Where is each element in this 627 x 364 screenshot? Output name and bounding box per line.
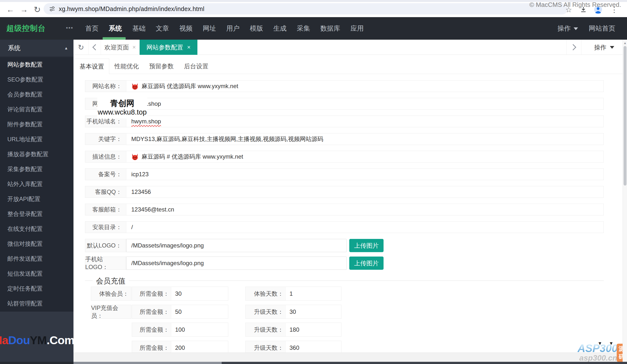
site-name-input[interactable]: 麻豆源码 优选源码库 www.yxymk.net (126, 81, 604, 92)
keywords-value: MDYS13,麻豆源码,麻豆科技,主播视频网,主播视频,视频源码,视频网站源码 (131, 135, 323, 143)
sidebar-item-open-api[interactable]: 开放API配置 (0, 191, 73, 206)
url-text[interactable]: xg.hwym.shop/MDadmin.php/admin/index/ind… (59, 5, 204, 12)
nav-item-basic[interactable]: 基础 (132, 24, 146, 33)
tab-action-dropdown[interactable]: 操作 (581, 40, 627, 55)
nav-item-collect[interactable]: 采集 (297, 24, 310, 33)
sidebar: 系统 ▲ 网站参数配置 SEO参数配置 会员参数配置 评论留言配置 附件参数配置… (0, 40, 73, 364)
browser-back-icon[interactable]: ← (5, 2, 16, 17)
scroll-up-icon[interactable]: ▲ (623, 41, 627, 45)
days-input[interactable]: 1 (286, 287, 341, 300)
workspace-tabstrip: ↻ 欢迎页面 × 网站参数配置 × 操作 (73, 40, 627, 55)
keywords-input[interactable]: MDYS13,麻豆源码,麻豆科技,主播视频网,主播视频,视频源码,视频网站源码 (126, 134, 604, 145)
field-label: 网站名称： (85, 81, 126, 92)
mobile-domain-input[interactable]: hwym.shop (126, 116, 604, 127)
nav-menu: 首页 系统 基础 文章 视频 网址 用户 模版 生成 采集 数据库 应用 (85, 17, 364, 40)
form-row-install-dir: 安装目录： / (85, 221, 604, 233)
nav-item-generate[interactable]: 生成 (273, 24, 287, 33)
nav-item-system[interactable]: 系统 (109, 24, 122, 33)
upload-image-button[interactable]: 上传图片 (349, 257, 384, 270)
sidebar-item-sms-send[interactable]: 短信发送配置 (0, 266, 73, 281)
tab-welcome[interactable]: 欢迎页面 × (101, 40, 140, 55)
subtab-basic-settings[interactable]: 基本设置 (74, 58, 109, 74)
sidebar-item-external-storage[interactable]: 站外入库配置 (0, 177, 73, 191)
install-dir-input[interactable]: / (126, 222, 604, 233)
subtab-performance[interactable]: 性能优化 (109, 58, 144, 74)
sidebar-item-cron-task[interactable]: 定时任务配置 (0, 281, 73, 296)
days-input[interactable]: 180 (286, 323, 341, 336)
site-controls-icon[interactable] (49, 6, 55, 13)
upload-image-button[interactable]: 上传图片 (349, 239, 384, 252)
sidebar-item-seo-params[interactable]: SEO参数配置 (0, 72, 73, 87)
admin-page: ← → ↻ xg.hwym.shop/MDadmin.php/admin/ind… (0, 0, 627, 364)
nav-item-database[interactable]: 数据库 (320, 24, 340, 33)
field-label: 安装目录： (85, 222, 126, 233)
service-qq-value: 123456 (131, 188, 151, 195)
nav-item-video[interactable]: 视频 (179, 24, 193, 33)
form-row-mobile-domain: 手机站域名： hwym.shop (85, 116, 604, 127)
bottom-edge-left (0, 362, 73, 364)
amount-input[interactable]: 50 (171, 305, 228, 318)
sidebar-section-header[interactable]: 系统 ▲ (0, 40, 73, 57)
description-input[interactable]: 麻豆源码 # 优选源码库 www.yxymk.net (126, 151, 604, 162)
subtab-backend-settings[interactable]: 后台设置 (179, 58, 213, 74)
app-logo: 超级控制台 (6, 17, 46, 40)
nav-more-icon[interactable]: ⋯ (66, 17, 73, 38)
amount-input[interactable]: 100 (171, 323, 228, 336)
nav-item-article[interactable]: 文章 (156, 24, 169, 33)
tabs-scroll-right-icon[interactable] (566, 40, 581, 55)
form-row-qq: 客服QQ： 123456 (85, 186, 604, 198)
tab-site-params[interactable]: 网站参数配置 × (140, 40, 197, 55)
nav-item-website[interactable]: 网址 (203, 24, 216, 33)
sidebar-item-email-send[interactable]: 邮件发送配置 (0, 251, 73, 266)
nav-item-user[interactable]: 用户 (226, 24, 240, 33)
service-email-input[interactable]: 123456@test.cn (126, 204, 604, 215)
days-input[interactable]: 30 (286, 305, 341, 318)
sidebar-item-site-params[interactable]: 网站参数配置 (0, 57, 73, 72)
sidebar-item-member-params[interactable]: 会员参数配置 (0, 87, 73, 102)
horizontal-scrollbar-track[interactable] (222, 362, 627, 364)
subtab-reserved-params[interactable]: 预留参数 (144, 58, 179, 74)
amount-input[interactable]: 30 (171, 287, 228, 300)
form-row-site-domain: 网站域名： hwym.shop (85, 98, 604, 110)
browser-refresh-icon[interactable]: ↻ (32, 2, 43, 17)
days-label: 升级天数： (246, 323, 286, 336)
member-days-field: 升级天数： 30 (245, 305, 341, 319)
site-domain-input[interactable]: hwym.shop (126, 98, 604, 109)
sidebar-item-site-group[interactable]: 站群管理配置 (0, 296, 73, 311)
description-value: 麻豆源码 # 优选源码库 www.yxymk.net (142, 153, 243, 161)
amount-label: 所需金额： (132, 305, 171, 318)
tab-refresh-icon[interactable]: ↻ (73, 40, 89, 55)
nav-item-template[interactable]: 模版 (250, 24, 263, 33)
mobile-logo-value: /MDassets/images/logo.png (131, 260, 204, 267)
vertical-scrollbar[interactable]: ▲ (623, 40, 627, 362)
madou-logo: MaDouYM.Com (0, 333, 74, 347)
default-logo-input[interactable]: /MDassets/images/logo.png (126, 239, 347, 252)
close-icon[interactable]: × (132, 44, 136, 51)
sidebar-item-attachment-params[interactable]: 附件参数配置 (0, 117, 73, 132)
sidebar-item-url-config[interactable]: URL地址配置 (0, 132, 73, 147)
service-qq-input[interactable]: 123456 (126, 186, 604, 198)
address-bar[interactable]: xg.hwym.shop/MDadmin.php/admin/index/ind… (44, 3, 568, 14)
mobile-logo-input[interactable]: /MDassets/images/logo.png (126, 257, 347, 270)
icp-input[interactable]: icp123 (126, 169, 604, 180)
browser-forward-icon[interactable]: → (19, 2, 29, 17)
sidebar-item-player-params[interactable]: 播放器参数配置 (0, 147, 73, 162)
scrollbar-thumb[interactable] (624, 46, 627, 185)
days-label: 升级天数： (246, 305, 286, 318)
tabs-scroll-left-icon[interactable] (89, 40, 101, 55)
collapse-arrow-icon[interactable]: ▲ (64, 46, 68, 50)
sidebar-item-comment-config[interactable]: 评论留言配置 (0, 102, 73, 117)
sidebar-item-collect-params[interactable]: 采集参数配置 (0, 162, 73, 177)
nav-site-home-link[interactable]: 网站首页 (589, 24, 615, 33)
nav-item-home[interactable]: 首页 (85, 24, 99, 33)
sidebar-item-wechat[interactable]: 微信对接配置 (0, 236, 73, 251)
horizontal-scrollbar-thumb[interactable] (73, 362, 222, 364)
nav-item-app[interactable]: 应用 (351, 24, 364, 33)
close-icon[interactable]: × (187, 44, 191, 51)
sidebar-item-online-pay[interactable]: 在线支付配置 (0, 221, 73, 236)
footer-bar (73, 353, 627, 362)
qingchuangwang-watermark: 青创网 www.wcku8.top (97, 97, 147, 119)
sidebar-item-oauth-login[interactable]: 整合登录配置 (0, 206, 73, 221)
nav-action-dropdown[interactable]: 操作 (557, 24, 578, 33)
top-nav: 超级控制台 ⋯ 首页 系统 基础 文章 视频 网址 用户 模版 生成 采集 数据… (0, 17, 627, 40)
